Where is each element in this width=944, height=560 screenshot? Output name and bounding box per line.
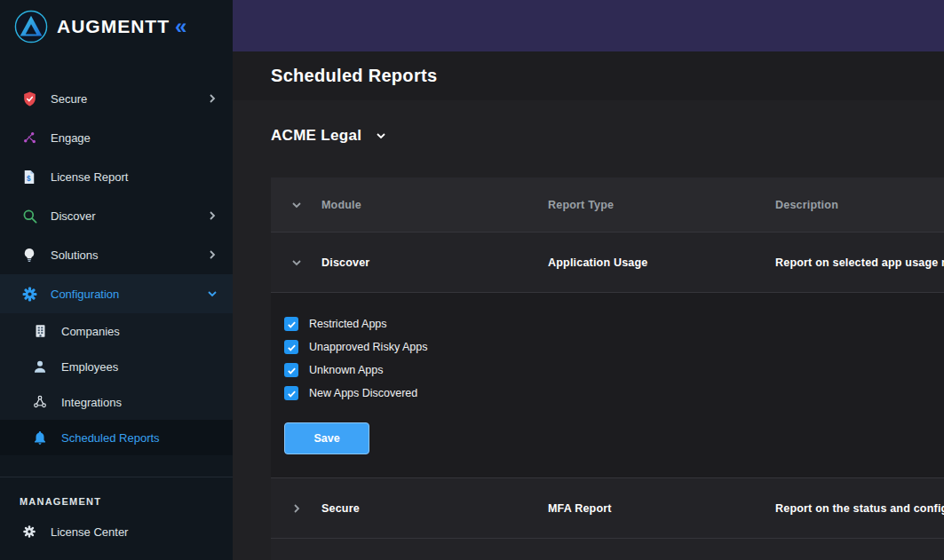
expand-row-chevron-icon[interactable]: [271, 502, 321, 515]
sidebar-item-configuration[interactable]: Configuration: [0, 274, 233, 313]
checkbox-checked-icon[interactable]: [284, 317, 298, 331]
chevron-down-icon: [206, 288, 218, 300]
chevron-right-icon: [206, 248, 218, 261]
sidebar-collapse-icon[interactable]: «: [175, 16, 186, 37]
brand-header: AUGMENTT «: [0, 0, 233, 53]
management-section: MANAGEMENT License Center: [0, 477, 233, 551]
checkbox-row-restricted-apps[interactable]: Restricted Apps: [284, 312, 944, 335]
cell-report-type: MFA Report: [548, 502, 775, 515]
checkbox-row-unknown-apps[interactable]: Unknown Apps: [284, 359, 944, 382]
augmentt-logo-icon: [14, 10, 48, 43]
top-banner-bar: [233, 0, 944, 51]
column-header-module: Module: [321, 199, 548, 211]
chevron-down-icon: [374, 129, 388, 143]
checkbox-checked-icon[interactable]: [284, 386, 298, 400]
sidebar-item-license-center[interactable]: License Center: [0, 512, 233, 551]
discover-options-panel: Restricted Apps Unapproved Risky Apps Un…: [271, 293, 944, 478]
table-row-license[interactable]: License License Report Report on license…: [271, 539, 944, 560]
person-icon: [30, 358, 50, 375]
column-header-report-type: Report Type: [548, 199, 775, 211]
collapse-row-chevron-icon[interactable]: [271, 256, 321, 269]
bell-icon: [30, 429, 50, 446]
sidebar-item-solutions[interactable]: Solutions: [0, 235, 233, 274]
svg-text:$: $: [27, 174, 31, 182]
engage-icon: [20, 129, 39, 146]
sidebar: AUGMENTT « Secure Engage: [0, 0, 233, 560]
gear-icon: [20, 285, 39, 303]
sidebar-item-license-report[interactable]: $ License Report: [0, 157, 233, 196]
lightbulb-icon: [20, 246, 39, 264]
cell-description: Report on the status and config: [775, 502, 944, 515]
brand-name: AUGMENTT: [57, 16, 170, 37]
magnifier-icon: [20, 207, 39, 225]
shield-icon: [20, 90, 39, 107]
page-header: Scheduled Reports: [233, 51, 944, 100]
org-chart-icon: [30, 393, 50, 411]
sidebar-item-integrations[interactable]: Integrations: [0, 384, 233, 420]
cell-module: Secure: [321, 502, 548, 515]
cell-module: Discover: [321, 256, 548, 269]
table-row-discover[interactable]: Discover Application Usage Report on sel…: [271, 233, 944, 293]
building-icon: [30, 322, 50, 340]
chevron-right-icon: [206, 92, 218, 105]
sidebar-item-discover[interactable]: Discover: [0, 196, 233, 235]
cell-report-type: Application Usage: [548, 256, 775, 269]
table-header-row: Module Report Type Description: [271, 177, 944, 233]
checkbox-row-new-apps-discovered[interactable]: New Apps Discovered: [284, 382, 944, 405]
expand-all-chevron-icon[interactable]: [271, 199, 321, 211]
save-button[interactable]: Save: [284, 422, 369, 454]
company-name: ACME Legal: [271, 127, 361, 145]
license-report-icon: $: [20, 168, 39, 185]
sidebar-item-secure[interactable]: Secure: [0, 79, 233, 118]
scheduled-reports-table: Module Report Type Description Discover …: [271, 177, 944, 560]
checkbox-checked-icon[interactable]: [284, 340, 298, 354]
cell-description: Report on selected app usage m: [775, 256, 944, 269]
main-content: ACME Legal Module Report Type Descriptio…: [233, 100, 944, 560]
table-row-secure[interactable]: Secure MFA Report Report on the status a…: [271, 478, 944, 539]
gear-badge-icon: [20, 523, 39, 540]
page-title: Scheduled Reports: [271, 66, 437, 86]
management-section-label: MANAGEMENT: [0, 477, 233, 512]
company-selector[interactable]: ACME Legal: [271, 127, 388, 145]
configuration-submenu: Companies Employees Integrations Schedul…: [0, 313, 233, 455]
sidebar-menu: Secure Engage $ License Report: [0, 79, 233, 551]
sidebar-item-employees[interactable]: Employees: [0, 349, 233, 384]
checkbox-row-unapproved-risky-apps[interactable]: Unapproved Risky Apps: [284, 335, 944, 359]
sidebar-item-scheduled-reports[interactable]: Scheduled Reports: [0, 420, 233, 455]
sidebar-item-companies[interactable]: Companies: [0, 313, 233, 349]
column-header-description: Description: [775, 199, 944, 211]
sidebar-item-engage[interactable]: Engage: [0, 118, 233, 157]
checkbox-checked-icon[interactable]: [284, 363, 298, 377]
chevron-right-icon: [206, 209, 218, 222]
